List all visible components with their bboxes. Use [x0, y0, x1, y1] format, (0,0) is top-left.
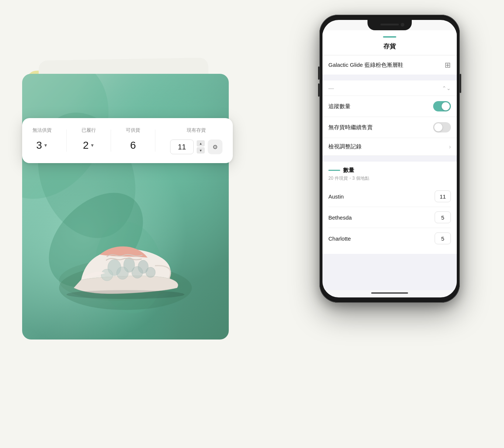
product-name: Galactic Glide 藍綠粉色漸層鞋 — [328, 62, 403, 69]
track-quantity-label: 追蹤數量 — [328, 103, 351, 110]
inv-col-unavailable: 無法供貨 3 ▼ — [32, 127, 52, 151]
sell-without-stock-toggle[interactable] — [433, 122, 451, 132]
svg-point-6 — [117, 267, 128, 279]
phone-home-bar — [371, 292, 408, 294]
col-header-fulfilled: 已履行 — [82, 127, 96, 134]
track-quantity-toggle[interactable] — [433, 101, 451, 111]
header-indicator — [383, 36, 396, 38]
inv-col-current: 現有存貨 ▲ ▼ ⚙ — [170, 127, 222, 154]
dropdown-arrow-1[interactable]: ▼ — [44, 143, 48, 148]
stepper-container: ▲ ▼ ⚙ — [170, 139, 222, 154]
phone-speaker — [380, 24, 399, 25]
dropdown-arrow-2[interactable]: ▼ — [90, 143, 94, 148]
phone-screen: 存貨 Galactic Glide 藍綠粉色漸層鞋 ⊞ — ⌃⌄ — [322, 20, 457, 297]
quantity-indicator — [328, 170, 340, 171]
col-header-available: 可供貨 — [126, 127, 140, 134]
inv-value-fulfilled-num: 2 — [83, 139, 89, 151]
inv-value-unavailable-num: 3 — [36, 139, 42, 151]
screen-title: 存貨 — [328, 42, 451, 51]
location-row-bethesda: Bethesda 5 — [328, 207, 451, 228]
chevron-right-icon: › — [449, 144, 451, 150]
phone-notch — [367, 20, 412, 30]
barcode-icon[interactable]: ⊞ — [445, 61, 451, 69]
stepper-down-button[interactable]: ▼ — [197, 147, 205, 154]
phone-device: 存貨 Galactic Glide 藍綠粉色漸層鞋 ⊞ — ⌃⌄ — [320, 15, 460, 303]
sell-without-stock-label: 無存貨時繼續售賣 — [328, 124, 373, 131]
svg-point-7 — [132, 266, 143, 278]
stepper-input[interactable] — [170, 139, 194, 154]
phone-vol-up — [318, 66, 320, 80]
location-bethesda: Bethesda — [328, 214, 352, 221]
view-adjustments-row[interactable]: 檢視調整記錄 › — [322, 138, 457, 156]
chevron-updown-icon: ⌃⌄ — [442, 85, 451, 91]
view-adjustments-label: 檢視調整記錄 — [328, 143, 362, 150]
phone-vol-down — [318, 83, 320, 97]
inv-value-available: 6 — [130, 139, 136, 151]
inv-value-unavailable: 3 ▼ — [36, 139, 48, 151]
shoe-artwork — [22, 74, 229, 340]
stepper-buttons: ▲ ▼ — [197, 140, 205, 154]
inventory-card: 無法供貨 3 ▼ 已履行 2 ▼ 可供貨 6 — [22, 118, 233, 163]
inv-value-fulfilled: 2 ▼ — [83, 139, 94, 151]
select-row[interactable]: — ⌃⌄ — [322, 80, 457, 96]
quantity-badge-bethesda[interactable]: 5 — [435, 211, 451, 223]
location-row-austin: Austin 11 — [328, 186, 451, 207]
product-name-section: Galactic Glide 藍綠粉色漸層鞋 ⊞ — [322, 55, 457, 75]
inv-col-available: 可供貨 6 — [126, 127, 140, 151]
location-charlotte: Charlotte — [328, 235, 351, 242]
quantity-badge-austin[interactable]: 11 — [435, 190, 451, 202]
quantity-badge-charlotte[interactable]: 5 — [435, 232, 451, 244]
quantity-header: 數量 — [328, 167, 451, 174]
select-row-label: — — [328, 85, 334, 91]
quantity-subtitle: 20 件現貨・3 個地點 — [328, 175, 451, 182]
section-divider-1 — [322, 77, 457, 80]
quantity-section: 數量 20 件現貨・3 個地點 Austin 11 Bethesda 5 — [322, 162, 457, 254]
inv-divider-3 — [155, 130, 155, 152]
stepper-up-button[interactable]: ▲ — [197, 140, 205, 147]
shoe-image — [52, 214, 199, 317]
screen-content: 存貨 Galactic Glide 藍綠粉色漸層鞋 ⊞ — ⌃⌄ — [322, 30, 457, 290]
col-header-current: 現有存貨 — [187, 127, 206, 134]
location-austin: Austin — [328, 193, 344, 200]
inv-value-available-num: 6 — [130, 139, 136, 151]
inv-divider-2 — [111, 130, 111, 152]
inventory-columns: 無法供貨 3 ▼ 已履行 2 ▼ 可供貨 6 — [32, 127, 222, 154]
svg-point-5 — [101, 269, 113, 281]
phone-camera — [401, 23, 404, 27]
quantity-label: 數量 — [343, 167, 354, 174]
phone-power-btn — [460, 74, 461, 93]
screen-body[interactable]: Galactic Glide 藍綠粉色漸層鞋 ⊞ — ⌃⌄ 追蹤數量 — [322, 55, 457, 254]
svg-point-9 — [66, 290, 184, 299]
sell-without-stock-row: 無存貨時繼續售賣 — [322, 117, 457, 138]
location-row-charlotte: Charlotte 5 — [328, 228, 451, 249]
col-header-unavailable: 無法供貨 — [32, 127, 52, 134]
track-quantity-row: 追蹤數量 — [322, 96, 457, 117]
svg-point-8 — [146, 267, 155, 278]
section-divider-2 — [322, 156, 457, 159]
filter-icon: ⚙ — [213, 144, 218, 151]
inv-col-fulfilled: 已履行 2 ▼ — [82, 127, 96, 151]
screen-header: 存貨 — [322, 30, 457, 55]
inv-divider-1 — [66, 130, 67, 152]
filter-button[interactable]: ⚙ — [208, 139, 222, 154]
